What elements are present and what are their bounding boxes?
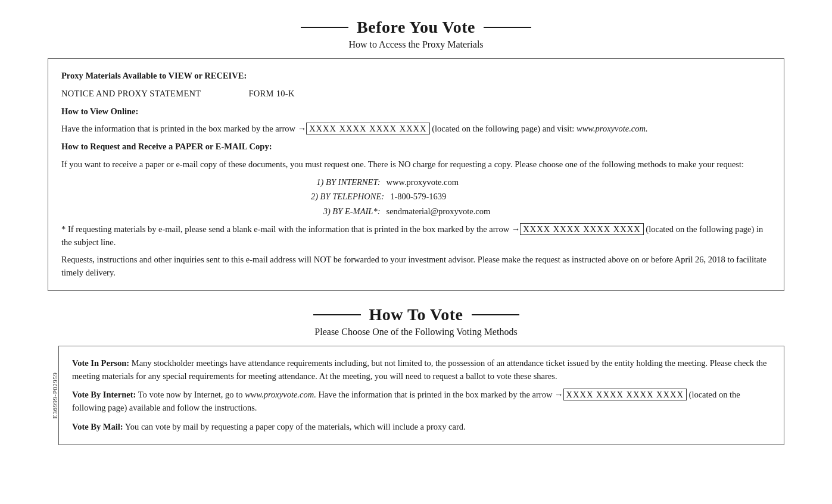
footnote-text: * If requesting materials by e-mail, ple… xyxy=(61,223,771,249)
header-rule-right xyxy=(484,27,531,28)
header-rule-left xyxy=(301,27,348,28)
method-row: 1) BY INTERNET:www.proxyvote.com xyxy=(61,176,771,189)
footnote-boxed: XXXX XXXX XXXX XXXX xyxy=(520,223,643,235)
vote-by-internet-label: Vote By Internet: xyxy=(72,390,136,399)
before-you-vote-subtitle: How to Access the Proxy Materials xyxy=(48,39,784,50)
vote-by-internet-text-prefix: To vote now by Internet, go to xyxy=(136,390,245,399)
method-row: 2) BY TELEPHONE:1-800-579-1639 xyxy=(61,190,771,204)
vote-by-mail-text: You can vote by mail by requesting a pap… xyxy=(123,422,466,431)
side-label: E36999-P02959 xyxy=(48,346,58,445)
proxy-materials-label: Proxy Materials Available to VIEW or REC… xyxy=(61,70,771,83)
document-col1: NOTICE AND PROXY STATEMENT xyxy=(61,87,201,101)
proxy-materials-box: Proxy Materials Available to VIEW or REC… xyxy=(48,58,784,291)
method-row: 3) BY E-MAIL*:sendmaterial@proxyvote.com xyxy=(61,205,771,218)
view-online-text: Have the information that is printed in … xyxy=(61,123,771,136)
documents-line: NOTICE AND PROXY STATEMENT FORM 10-K xyxy=(61,87,771,101)
how-to-vote-header: How To Vote Please Choose One of the Fol… xyxy=(48,305,784,337)
before-you-vote-header: Before You Vote How to Access the Proxy … xyxy=(48,18,784,50)
paper-copy-label: How to Request and Receive a PAPER or E-… xyxy=(61,140,771,154)
document-col2: FORM 10-K xyxy=(248,87,294,101)
page-container: Before You Vote How to Access the Proxy … xyxy=(48,18,784,445)
vote-by-internet: Vote By Internet: To vote now by Interne… xyxy=(72,389,771,415)
method-value: www.proxyvote.com xyxy=(387,176,518,189)
how-to-vote-section: E36999-P02959 Vote In Person: Many stock… xyxy=(48,346,784,445)
how-to-vote-title: How To Vote xyxy=(369,305,463,324)
method-value: 1-800-579-1639 xyxy=(390,190,521,204)
vote-by-mail-label: Vote By Mail: xyxy=(72,422,123,431)
paper-copy-text: If you want to receive a paper or e-mail… xyxy=(61,158,771,171)
how-rule-right xyxy=(472,314,519,315)
method-value: sendmaterial@proxyvote.com xyxy=(387,205,518,218)
vote-in-person-text: Many stockholder meetings have attendanc… xyxy=(72,358,766,381)
method-num: 1) BY INTERNET: xyxy=(315,176,381,189)
before-you-vote-title: Before You Vote xyxy=(357,18,475,37)
vote-by-internet-boxed: XXXX XXXX XXXX XXXX xyxy=(563,389,687,400)
view-online-label: How to View Online: xyxy=(61,105,771,118)
method-num: 2) BY TELEPHONE: xyxy=(311,190,384,204)
vote-by-internet-url: www.proxyvote.com. xyxy=(245,390,316,399)
how-to-vote-subtitle: Please Choose One of the Following Votin… xyxy=(48,327,784,337)
vote-in-person: Vote In Person: Many stockholder meeting… xyxy=(72,357,771,383)
how-rule-left xyxy=(313,314,361,315)
vote-methods-box: Vote In Person: Many stockholder meeting… xyxy=(58,346,784,445)
vote-by-mail: Vote By Mail: You can vote by mail by re… xyxy=(72,421,771,434)
view-online-url: www.proxyvote.com. xyxy=(577,124,648,133)
method-num: 3) BY E-MAIL*: xyxy=(315,205,381,218)
vote-by-internet-text-mid: Have the information that is printed in … xyxy=(316,390,563,399)
view-online-boxed: XXXX XXXX XXXX XXXX xyxy=(306,123,429,134)
vote-in-person-label: Vote In Person: xyxy=(72,358,129,368)
methods-list: 1) BY INTERNET:www.proxyvote.com2) BY TE… xyxy=(61,176,771,218)
requests-text: Requests, instructions and other inquiri… xyxy=(61,253,771,280)
